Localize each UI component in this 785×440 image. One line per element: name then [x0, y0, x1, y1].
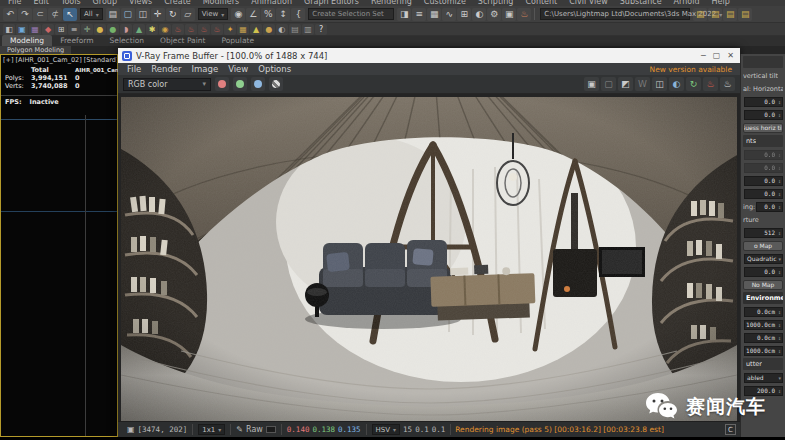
- layer-explorer-icon[interactable]: ▦: [427, 8, 441, 21]
- environment-rollout-header[interactable]: Environment: [743, 292, 783, 304]
- snap-toggle-icon[interactable]: ◉: [231, 8, 245, 21]
- tab-selection[interactable]: Selection: [102, 35, 153, 46]
- asset-folder-icon-2[interactable]: ▤: [708, 8, 722, 21]
- sphere-tool-icon[interactable]: ●: [94, 24, 106, 35]
- camera-viewport[interactable]: [+] [AIHR_001_Cam_02] [Standard] [Defaul…: [0, 54, 118, 437]
- arc-tool-icon[interactable]: ◗: [120, 24, 132, 35]
- star-tool-icon[interactable]: ✱: [146, 24, 158, 35]
- reference-coordinate-dropdown[interactable]: View: [198, 8, 229, 20]
- material-editor-icon[interactable]: ◐: [472, 8, 486, 21]
- edit-named-selection-icon[interactable]: {: [291, 8, 305, 21]
- select-and-scale-icon[interactable]: ▱: [181, 8, 195, 21]
- distortion-type-dropdown[interactable]: Quadratic: [743, 253, 783, 264]
- render-teapot-icon-3[interactable]: ♨: [198, 24, 210, 35]
- select-object-icon[interactable]: ↖: [63, 8, 77, 21]
- render-last-icon[interactable]: ♨: [703, 77, 718, 91]
- tab-modeling[interactable]: Modeling: [2, 35, 52, 46]
- param-spinner-2[interactable]: 0.0: [743, 162, 783, 173]
- help-icon[interactable]: ?: [315, 24, 327, 35]
- param-spinner-5[interactable]: ing: 0.0: [743, 201, 783, 212]
- param-spinner-4[interactable]: 0.0: [743, 188, 783, 199]
- clip-far-spinner[interactable]: 1000.0cm: [743, 345, 783, 356]
- geo-sphere-tool-icon[interactable]: ●: [107, 24, 119, 35]
- color-mode-dropdown[interactable]: HSV: [372, 424, 401, 435]
- rectangular-selection-icon[interactable]: ▢: [121, 8, 135, 21]
- asset-folder-icon-4[interactable]: ▤: [738, 8, 752, 21]
- schematic-view-icon[interactable]: ⊞: [457, 8, 471, 21]
- vfb-menu-file[interactable]: File: [122, 64, 146, 74]
- uv-grid-icon[interactable]: ▦: [237, 24, 249, 35]
- fill-tool-icon[interactable]: ◆: [42, 24, 54, 35]
- target-tool-icon[interactable]: ◉: [159, 24, 171, 35]
- align-icon[interactable]: ≡: [412, 8, 426, 21]
- param-spinner-3[interactable]: 0.0: [743, 175, 783, 186]
- render-canvas[interactable]: [118, 94, 740, 421]
- vfb-menu-view[interactable]: View: [223, 64, 253, 74]
- polygon-modeling-tab[interactable]: Polygon Modeling: [0, 46, 71, 54]
- shutter-rollout-header[interactable]: utter: [743, 358, 783, 370]
- blue-channel-button[interactable]: [251, 77, 265, 91]
- tab-freeform[interactable]: Freeform: [52, 35, 101, 46]
- rollout-header-2[interactable]: nts: [743, 135, 783, 147]
- no-map-button-1[interactable]: o Map: [743, 240, 783, 251]
- select-and-move-icon[interactable]: ✛: [151, 8, 165, 21]
- render-setup-icon[interactable]: ⚙: [487, 8, 501, 21]
- undo-icon[interactable]: ↶: [3, 8, 17, 21]
- stamp-icon[interactable]: W: [635, 77, 650, 91]
- new-version-link[interactable]: New version available: [650, 65, 736, 74]
- save-image-icon[interactable]: ▣: [584, 77, 599, 91]
- named-selection-set-field[interactable]: Create Selection Set: [308, 8, 394, 20]
- material-sample-icon[interactable]: ◐: [276, 24, 288, 35]
- alpha-channel-button[interactable]: [269, 77, 283, 91]
- redo-icon[interactable]: ↷: [18, 8, 32, 21]
- env-near-range-spinner[interactable]: 0.0cm: [743, 306, 783, 317]
- light-tool-icon[interactable]: ✦: [224, 24, 236, 35]
- render-teapot-icon-1[interactable]: ♨: [172, 24, 184, 35]
- channel-select-dropdown[interactable]: RGB color: [123, 78, 211, 91]
- tab-object-paint[interactable]: Object Paint: [152, 35, 213, 46]
- workspace-icon[interactable]: ◧: [3, 24, 15, 35]
- render-teapot-icon-2[interactable]: ♨: [185, 24, 197, 35]
- mirror-icon[interactable]: ◨: [397, 8, 411, 21]
- maximize-button[interactable]: ▢: [713, 51, 721, 60]
- green-channel-button[interactable]: [233, 77, 247, 91]
- tilt-spinner-2[interactable]: 0.0: [743, 109, 783, 120]
- rendered-frame-window-icon[interactable]: ▣: [502, 8, 516, 21]
- window-crossing-icon[interactable]: ◫: [136, 8, 150, 21]
- interactive-render-icon[interactable]: ♨: [720, 77, 735, 91]
- compare-images-icon[interactable]: ◫: [652, 77, 667, 91]
- angle-snap-icon[interactable]: ∠: [246, 8, 260, 21]
- selection-filter-dropdown[interactable]: All: [80, 8, 103, 20]
- tilt-spinner-1[interactable]: 0.0: [743, 96, 783, 107]
- clear-image-icon[interactable]: ▢: [601, 77, 616, 91]
- transform-tool-icon[interactable]: ✛: [81, 24, 93, 35]
- color-picker-icon[interactable]: ✎: [236, 425, 243, 434]
- guess-horiz-tilt-button[interactable]: Guess horiz tilt: [743, 122, 783, 133]
- param-spinner-1[interactable]: 0.0: [743, 149, 783, 160]
- region-render-icon[interactable]: ◩: [618, 77, 633, 91]
- vfb-menu-options[interactable]: Options: [253, 64, 296, 74]
- distortion-spinner[interactable]: 0.0: [743, 266, 783, 277]
- update-render-icon[interactable]: ↻: [686, 77, 701, 91]
- cone-tool-icon[interactable]: ▲: [133, 24, 145, 35]
- asset-folder-icon-3[interactable]: ▤: [723, 8, 737, 21]
- object-paint-icon[interactable]: ▦: [29, 24, 41, 35]
- list-tool-icon[interactable]: ≡: [68, 24, 80, 35]
- notes-icon[interactable]: ▤: [289, 24, 301, 35]
- env-far-range-spinner[interactable]: 1000.0cm: [743, 319, 783, 330]
- pyramid-tool-icon[interactable]: ▲: [250, 24, 262, 35]
- render-production-icon[interactable]: ♨: [517, 8, 531, 21]
- display-correction-icon[interactable]: ◐: [669, 77, 684, 91]
- rollout-header-tilt[interactable]: [743, 56, 783, 68]
- render-teapot-icon-4[interactable]: ♨: [211, 24, 223, 35]
- viewport-label[interactable]: [+] [AIHR_001_Cam_02] [Standard] [Defaul…: [1, 55, 117, 65]
- minimize-button[interactable]: ─: [701, 51, 706, 60]
- close-button[interactable]: ✕: [727, 51, 734, 60]
- select-and-link-icon[interactable]: ⊂: [33, 8, 47, 21]
- percent-snap-icon[interactable]: %: [261, 8, 275, 21]
- shutter-mode-dropdown[interactable]: abled: [743, 372, 783, 383]
- pixel-size-dropdown[interactable]: 1x1: [198, 424, 225, 435]
- select-and-rotate-icon[interactable]: ↻: [166, 8, 180, 21]
- aperture-spinner[interactable]: 512: [743, 227, 783, 238]
- select-by-name-icon[interactable]: ▤: [106, 8, 120, 21]
